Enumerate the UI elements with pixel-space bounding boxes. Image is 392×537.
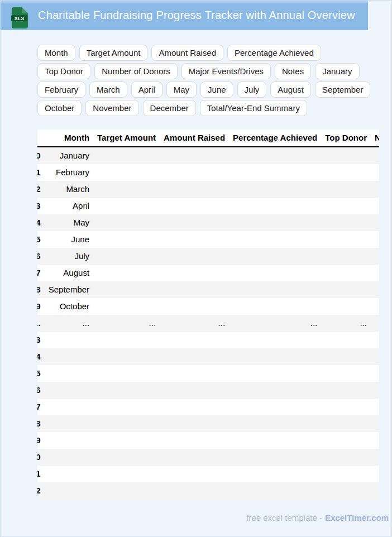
chip-number-of-donors[interactable]: Number of Donors: [94, 63, 178, 79]
table-cell: [229, 231, 321, 248]
chip-february[interactable]: February: [37, 81, 85, 98]
table-cell: [321, 164, 371, 181]
table-row: 3April: [37, 198, 379, 214]
table-cell: [229, 332, 321, 348]
table-cell: [229, 382, 321, 399]
table-cell: ...: [321, 315, 371, 332]
table-row: 17: [37, 399, 379, 415]
table-cell: ...: [229, 315, 321, 332]
table-cell: [160, 147, 229, 164]
table-cell: [160, 432, 229, 449]
table-cell: [321, 466, 371, 482]
table-cell: [371, 265, 379, 281]
table-cell: [45, 432, 93, 449]
row-index: 22: [37, 482, 45, 499]
row-index: 5: [37, 231, 45, 248]
table-cell: [93, 214, 160, 231]
table-row: 19: [37, 432, 379, 449]
chip-june[interactable]: June: [200, 81, 233, 98]
row-index: 8: [37, 281, 45, 298]
table-cell: [321, 432, 371, 449]
chip-month[interactable]: Month: [37, 45, 75, 61]
table-cell: [45, 365, 93, 382]
table-viewport[interactable]: MonthTarget AmountAmount RaisedPercentag…: [37, 130, 379, 499]
table-cell: [229, 365, 321, 382]
table-cell: [229, 348, 321, 365]
table-cell: [321, 415, 371, 432]
chip-april[interactable]: April: [131, 81, 162, 98]
table-cell: [321, 399, 371, 415]
table-cell: [93, 432, 160, 449]
table-cell: [321, 147, 371, 164]
table-cell: ...: [371, 315, 379, 332]
table-cell: August: [45, 265, 93, 281]
row-index: 6: [37, 248, 45, 265]
chip-may[interactable]: May: [166, 81, 197, 98]
chip-july[interactable]: July: [237, 81, 267, 98]
table-cell: April: [45, 198, 93, 214]
table-cell: [45, 332, 93, 348]
table-cell: ...: [160, 315, 229, 332]
table-cell: [93, 265, 160, 281]
table-cell: ...: [93, 315, 160, 332]
row-index: 15: [37, 365, 45, 382]
table-cell: [371, 365, 379, 382]
table-cell: [160, 382, 229, 399]
footer-text: free excel template -: [246, 513, 322, 522]
table-cell: [371, 164, 379, 181]
table-cell: [160, 164, 229, 181]
column-header-target-amount: Target Amount: [93, 130, 160, 147]
table-cell: [93, 281, 160, 298]
table-cell: [371, 231, 379, 248]
row-index: 16: [37, 382, 45, 399]
table-cell: [321, 298, 371, 315]
table-cell: [229, 164, 321, 181]
table-cell: [321, 181, 371, 198]
table-row: 4May: [37, 214, 379, 231]
header-bar: XLS Charitable Fundraising Progress Trac…: [1, 1, 368, 30]
row-index: 18: [37, 415, 45, 432]
table-cell: [321, 382, 371, 399]
table-cell: [229, 248, 321, 265]
table-cell: [160, 265, 229, 281]
table-row: 21: [37, 466, 379, 482]
chip-major-events-drives[interactable]: Major Events/Drives: [181, 63, 271, 79]
footer-brand-link[interactable]: ExcelTimer.com: [325, 513, 389, 522]
chip-amount-raised[interactable]: Amount Raised: [151, 45, 223, 61]
column-header-month: Month: [45, 130, 93, 147]
chip-top-donor[interactable]: Top Donor: [37, 63, 90, 79]
chip-percentage-achieved[interactable]: Percentage Achieved: [227, 45, 321, 61]
table-cell: [321, 365, 371, 382]
table-cell: [371, 214, 379, 231]
table-cell: [229, 147, 321, 164]
chip-december[interactable]: December: [143, 100, 196, 116]
chip-total-year-end-summary[interactable]: Total/Year-End Summary: [200, 100, 307, 116]
table-cell: [371, 449, 379, 466]
row-index: 4: [37, 214, 45, 231]
table-cell: October: [45, 298, 93, 315]
table-cell: [371, 399, 379, 415]
row-index: 21: [37, 466, 45, 482]
table-cell: [321, 198, 371, 214]
table-cell: [229, 265, 321, 281]
chip-january[interactable]: January: [315, 63, 359, 79]
chip-notes[interactable]: Notes: [275, 63, 311, 79]
table-cell: [93, 399, 160, 415]
row-index: 1: [37, 164, 45, 181]
chip-target-amount[interactable]: Target Amount: [79, 45, 148, 61]
table-cell: [160, 482, 229, 499]
table-cell: [321, 332, 371, 348]
table-cell: September: [45, 281, 93, 298]
table-cell: [160, 365, 229, 382]
table-cell: [160, 449, 229, 466]
table-header-row: MonthTarget AmountAmount RaisedPercentag…: [37, 130, 379, 147]
chip-november[interactable]: November: [85, 100, 138, 116]
chip-september[interactable]: September: [315, 81, 370, 98]
table-cell: May: [45, 214, 93, 231]
row-index: 7: [37, 265, 45, 281]
chip-august[interactable]: August: [270, 81, 311, 98]
chip-october[interactable]: October: [37, 100, 82, 116]
chip-march[interactable]: March: [89, 81, 127, 98]
table-cell: [93, 231, 160, 248]
table-cell: [371, 147, 379, 164]
